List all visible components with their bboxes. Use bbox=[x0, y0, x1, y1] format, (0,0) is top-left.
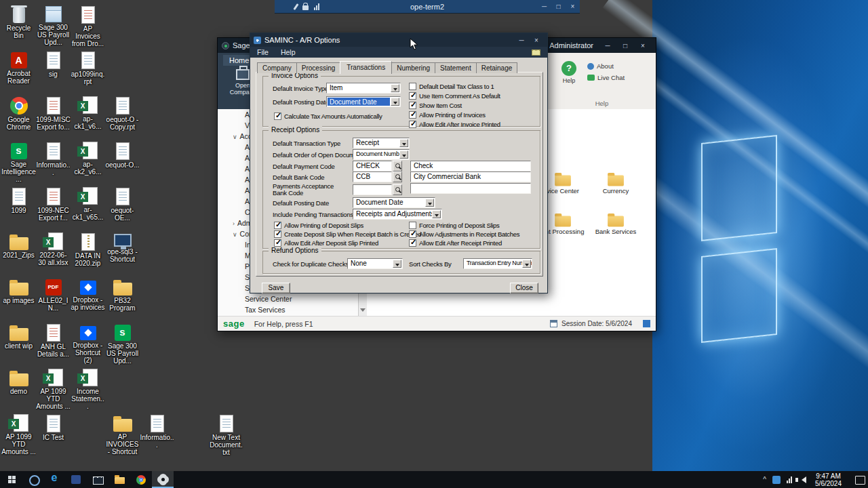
desktop-icon[interactable]: IC Test bbox=[36, 414, 71, 441]
desktop-icon[interactable]: 1099-MISC Export fo... bbox=[36, 96, 71, 131]
desktop-icon[interactable]: 1099-NEC Export f... bbox=[36, 187, 71, 222]
desktop-icon[interactable]: AP INVOICES - Shortcut bbox=[105, 414, 140, 455]
receipt-posting-date-select[interactable]: Document Date bbox=[353, 197, 435, 208]
close-button[interactable]: × bbox=[634, 39, 652, 53]
checkbox-box[interactable] bbox=[274, 222, 281, 229]
checkbox-box[interactable] bbox=[409, 230, 416, 238]
dropdown-arrow-icon[interactable] bbox=[399, 150, 408, 159]
desktop-icon[interactable]: oequot-O... bbox=[105, 142, 140, 169]
desktop-icon[interactable]: oequot-O - Copy.rpt bbox=[105, 96, 140, 131]
include-pending-transactions-select[interactable]: Receipts and Adjustments bbox=[353, 209, 442, 220]
desktop-icon[interactable]: Dropbox - ap invoices bbox=[71, 278, 105, 311]
checkbox-box[interactable] bbox=[409, 239, 416, 247]
action-center-icon[interactable] bbox=[850, 471, 868, 488]
desktop-icon[interactable]: ope-sql3 - Shortcut bbox=[105, 232, 140, 263]
desktop-icon[interactable]: Recycle Bin bbox=[1, 5, 36, 39]
default-bank-code-input[interactable]: CCB bbox=[353, 171, 392, 182]
checkbox[interactable]: Allow Edit After Receipt Printed bbox=[409, 239, 519, 247]
desktop-icon[interactable]: 2022-06-30 all.xlsx bbox=[36, 232, 71, 266]
default-invoice-type-select[interactable]: Item bbox=[326, 83, 401, 94]
desktop-icon[interactable]: oequot-OE... bbox=[105, 187, 140, 222]
module-folder[interactable]: Bank Services bbox=[589, 214, 642, 254]
taskbar-clock[interactable]: 9:47 AM 5/6/2024 bbox=[812, 472, 844, 487]
network-icon[interactable] bbox=[787, 476, 792, 483]
checkbox-box[interactable] bbox=[409, 92, 416, 100]
bank-code-finder-button[interactable] bbox=[393, 171, 402, 182]
checkbox[interactable]: Allow Printing of Invoices bbox=[409, 110, 500, 119]
desktop-icon[interactable]: Sage Intelligence... bbox=[1, 142, 36, 183]
default-order-open-docs-select[interactable]: Document Number bbox=[353, 149, 410, 160]
sort-checks-by-select[interactable]: Transaction Entry Number bbox=[463, 258, 532, 269]
desktop-icon[interactable]: Informatio... bbox=[36, 142, 71, 176]
chrome-icon[interactable] bbox=[130, 471, 152, 488]
dropdown-arrow-icon[interactable] bbox=[432, 210, 441, 218]
dropdown-arrow-icon[interactable] bbox=[391, 84, 399, 92]
teams-icon[interactable] bbox=[65, 471, 87, 488]
dialog-tab[interactable]: Company bbox=[257, 62, 297, 73]
desktop-icon[interactable]: ap1099inq.rpt bbox=[71, 51, 105, 85]
checkbox-box[interactable] bbox=[409, 83, 416, 90]
desktop-icon[interactable]: Sage 300 US Payroll Upd... bbox=[36, 5, 71, 46]
desktop-icon[interactable]: PB32 Program bbox=[105, 278, 140, 312]
desktop-icon[interactable]: demo bbox=[1, 369, 36, 395]
desktop-icon[interactable]: Sage 300 US Payroll Upd... bbox=[105, 323, 140, 365]
desktop-icon[interactable]: New Text Document.txt bbox=[209, 414, 243, 456]
checkbox[interactable]: Allow Adjustments in Receipt Batches bbox=[409, 230, 519, 239]
checkbox-box[interactable] bbox=[274, 113, 281, 120]
dialog-tab[interactable]: Retainage bbox=[476, 62, 518, 73]
checkbox[interactable]: Use Item Comment As Default bbox=[409, 92, 500, 100]
checkbox-box[interactable] bbox=[409, 102, 416, 109]
checkbox[interactable]: Force Printing of Deposit Slips bbox=[409, 221, 519, 230]
acceptance-bank-description[interactable] bbox=[410, 183, 531, 194]
bank-code-description[interactable]: City Commercial Bank bbox=[410, 171, 531, 182]
default-payment-code-input[interactable]: CHECK bbox=[353, 161, 392, 171]
desktop-icon[interactable]: Income Statemen... bbox=[71, 369, 105, 410]
desktop-icon[interactable]: 2021_Zips bbox=[1, 232, 36, 259]
module-folder[interactable]: Currency bbox=[589, 173, 642, 214]
menu-file[interactable]: File bbox=[257, 48, 269, 56]
dropdown-arrow-icon[interactable] bbox=[425, 199, 434, 207]
minimize-button[interactable]: ─ bbox=[514, 34, 529, 47]
start-button[interactable] bbox=[0, 471, 24, 488]
checkbox-box[interactable] bbox=[274, 239, 281, 247]
settings-icon[interactable] bbox=[152, 471, 174, 488]
nav-tree-item[interactable]: Tax Services bbox=[218, 304, 366, 315]
checkbox[interactable]: Show Item Cost bbox=[409, 101, 500, 110]
dropdown-arrow-icon[interactable] bbox=[399, 139, 408, 147]
checkbox[interactable]: Allow Printing of Deposit Slips bbox=[274, 221, 421, 230]
checkbox-box[interactable] bbox=[274, 230, 281, 238]
dialog-tab[interactable]: Numbering bbox=[391, 62, 435, 73]
desktop-icon[interactable]: ap-ck1_v6... bbox=[71, 96, 105, 130]
desktop-icon[interactable]: ALLE02_IN... bbox=[36, 278, 71, 312]
nav-tree-item[interactable]: Service Center bbox=[218, 293, 366, 304]
desktop-icon[interactable]: Informatio... bbox=[140, 414, 174, 449]
payment-code-description[interactable]: Check bbox=[410, 161, 531, 171]
expand-icon[interactable]: › bbox=[233, 220, 235, 227]
desktop-icon[interactable]: AP Invoices from Dro... bbox=[71, 5, 105, 47]
close-button[interactable]: Close bbox=[510, 283, 538, 293]
check-duplicate-checks-select[interactable]: None bbox=[347, 258, 403, 269]
checkbox-box[interactable] bbox=[409, 121, 416, 128]
dropdown-arrow-icon[interactable] bbox=[522, 260, 531, 268]
file-explorer-icon[interactable] bbox=[108, 471, 130, 488]
dialog-titlebar[interactable]: SAMINC - A/R Options ─ × bbox=[250, 33, 547, 47]
default-transaction-type-select[interactable]: Receipt bbox=[353, 138, 410, 148]
dropdown-arrow-icon[interactable] bbox=[391, 98, 399, 106]
envelope-icon[interactable] bbox=[532, 49, 540, 56]
desktop-icon[interactable]: DATA IN 2020.zip bbox=[71, 232, 105, 267]
desktop-icon[interactable]: Google Chrome bbox=[1, 96, 36, 131]
expand-icon[interactable]: ∨ bbox=[233, 231, 237, 238]
payment-code-finder-button[interactable] bbox=[393, 161, 402, 171]
help-button[interactable]: ? Help bbox=[555, 61, 583, 84]
status-app-icon[interactable] bbox=[643, 320, 650, 327]
maximize-button[interactable]: □ bbox=[616, 39, 634, 53]
edge-icon[interactable] bbox=[43, 471, 65, 488]
volume-icon[interactable] bbox=[798, 476, 806, 483]
save-button[interactable]: Save bbox=[262, 283, 290, 293]
minimize-button[interactable]: ─ bbox=[599, 39, 616, 53]
scroll-down-icon[interactable] bbox=[360, 308, 366, 314]
close-button[interactable]: × bbox=[529, 34, 544, 47]
checkbox-box[interactable] bbox=[409, 222, 416, 229]
desktop-icon[interactable]: Acrobat Reader bbox=[1, 51, 36, 85]
payments-acceptance-bank-code-input[interactable] bbox=[353, 184, 392, 195]
